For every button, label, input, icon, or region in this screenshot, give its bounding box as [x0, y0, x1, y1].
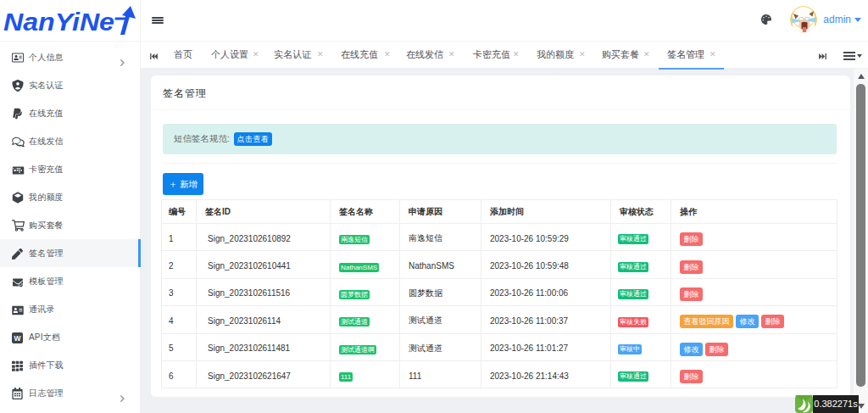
svg-text:NanYiNe: NanYiNe	[3, 8, 114, 36]
svg-text:W: W	[14, 333, 21, 342]
